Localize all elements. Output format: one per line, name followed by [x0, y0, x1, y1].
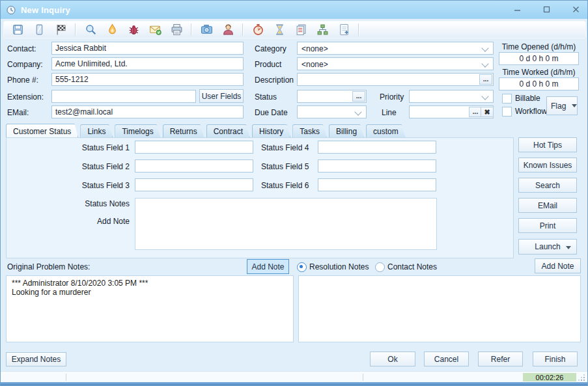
close-icon[interactable]	[566, 3, 585, 16]
save-icon[interactable]	[10, 23, 25, 37]
search-button[interactable]: Search	[518, 178, 577, 193]
launch-button[interactable]: Launch	[518, 239, 577, 255]
flag-button-label: Flag	[551, 102, 566, 111]
due-date-dropdown[interactable]	[297, 105, 367, 118]
title-bar: New Inquiry	[1, 1, 587, 19]
flag-dropdown-arrow-icon[interactable]	[572, 104, 577, 107]
tab-custom[interactable]: custom	[366, 124, 406, 138]
known-issues-button[interactable]: Known Issues	[518, 158, 577, 172]
app-icon	[6, 5, 16, 15]
window-bottom-border	[1, 382, 587, 386]
billable-label: Billable	[515, 94, 540, 103]
status-field-1-input[interactable]	[135, 141, 253, 154]
extension-label: Extension:	[7, 92, 44, 102]
ok-button[interactable]: Ok	[370, 352, 415, 366]
status-notes-textarea[interactable]	[135, 198, 437, 250]
add-note-button-left[interactable]: Add Note	[247, 259, 289, 274]
email-input[interactable]	[51, 105, 244, 118]
status-field-3-input[interactable]	[135, 178, 253, 191]
flag-button[interactable]: Flag	[546, 96, 578, 115]
cancel-button[interactable]: Cancel	[424, 352, 469, 366]
hourglass-icon[interactable]	[272, 23, 287, 37]
finish-button[interactable]: Finish	[533, 352, 578, 366]
add-note-button-right[interactable]: Add Note	[535, 258, 581, 273]
tab-returns[interactable]: Returns	[163, 124, 204, 138]
line-ellipsis-button[interactable]: ...	[469, 107, 482, 117]
time-opened-value: 0 d 0 h 0 m	[519, 54, 558, 63]
category-value: <none>	[301, 44, 328, 53]
billable-checkbox[interactable]	[502, 94, 512, 103]
org-chart-icon[interactable]	[315, 23, 329, 37]
resize-grip[interactable]	[578, 374, 585, 381]
description-field[interactable]: ...	[297, 73, 494, 86]
add-note-label: Add Note	[46, 217, 130, 226]
resolution-notes-textarea[interactable]	[298, 275, 581, 342]
line-label: Line	[382, 108, 397, 117]
window-title: New Inquiry	[21, 5, 70, 15]
contact-notes-radio[interactable]	[375, 262, 385, 272]
phone-icon[interactable]	[32, 23, 46, 37]
status-field-2-input[interactable]	[135, 159, 253, 172]
print-icon[interactable]	[169, 23, 184, 37]
stopwatch-icon[interactable]	[251, 23, 265, 37]
resolution-notes-label[interactable]: Resolution Notes	[309, 262, 369, 271]
toolbar	[3, 21, 586, 38]
line-field[interactable]: ... ✖	[409, 105, 494, 118]
email-label: EMail:	[7, 108, 29, 117]
user-fields-button[interactable]: User Fields	[199, 89, 244, 103]
resolution-notes-radio[interactable]	[297, 262, 307, 272]
search-icon[interactable]	[83, 23, 98, 37]
email-icon[interactable]	[148, 23, 162, 37]
tab-strip: Customer Status Links Timelogs Returns C…	[6, 124, 408, 138]
bug-icon[interactable]	[126, 23, 141, 37]
product-dropdown[interactable]: <none>	[297, 57, 494, 70]
finish-flag-icon[interactable]	[53, 23, 68, 37]
company-label: Company:	[7, 60, 43, 69]
tab-tasks[interactable]: Tasks	[292, 124, 327, 138]
status-notes-label: Status Notes	[46, 199, 130, 208]
contact-label: Contact:	[7, 44, 36, 53]
original-problem-notes-textarea[interactable]: *** Administrator 8/10/2020 3:05 PM *** …	[6, 275, 294, 342]
status-field[interactable]: ...	[297, 90, 367, 103]
camera-icon[interactable]	[199, 23, 214, 37]
contact-notes-label[interactable]: Contact Notes	[387, 262, 437, 271]
tab-contract[interactable]: Contract	[206, 124, 250, 138]
description-ellipsis-button[interactable]: ...	[479, 74, 492, 85]
due-date-label: Due Date	[255, 108, 288, 117]
tab-history[interactable]: History	[252, 124, 290, 138]
phone-input[interactable]	[51, 73, 244, 86]
refer-button[interactable]: Refer	[478, 352, 523, 366]
status-field-5-input[interactable]	[318, 159, 436, 172]
status-field-3-label: Status Field 3	[46, 181, 130, 190]
print-button[interactable]: Print	[518, 218, 577, 233]
status-ellipsis-button[interactable]: ...	[352, 91, 365, 102]
original-problem-notes-label: Original Problem Notes:	[7, 262, 90, 271]
status-field-6-input[interactable]	[318, 178, 436, 191]
support-contact-icon[interactable]	[221, 23, 235, 37]
category-label: Category	[255, 44, 287, 53]
contact-input[interactable]	[51, 42, 244, 55]
maximize-icon[interactable]	[537, 3, 556, 16]
expand-notes-button[interactable]: Expand Notes	[6, 352, 66, 366]
company-input[interactable]	[51, 57, 244, 70]
clipboard-icon[interactable]	[294, 23, 308, 37]
tab-billing[interactable]: Billing	[329, 124, 364, 138]
tab-timelogs[interactable]: Timelogs	[115, 124, 160, 138]
hot-tips-flame-icon[interactable]	[105, 23, 119, 37]
tab-customer-status[interactable]: Customer Status	[6, 124, 78, 138]
workflow-label: Workflow	[515, 107, 547, 116]
email-button[interactable]: EMail	[518, 198, 577, 213]
chevron-down-icon	[354, 108, 361, 115]
workflow-checkbox[interactable]	[502, 107, 512, 117]
minimize-icon[interactable]	[507, 3, 527, 16]
priority-dropdown[interactable]	[409, 90, 494, 103]
line-clear-x-button[interactable]: ✖	[481, 107, 494, 117]
status-field-4-input[interactable]	[318, 141, 436, 154]
extension-input[interactable]	[51, 90, 196, 103]
launch-dropdown-arrow-icon[interactable]	[566, 246, 571, 249]
category-dropdown[interactable]: <none>	[297, 42, 494, 55]
new-document-icon[interactable]	[337, 23, 351, 37]
hot-tips-button[interactable]: Hot Tips	[518, 137, 577, 152]
time-worked-box: 0 d 0 h 0 m	[499, 77, 579, 90]
tab-links[interactable]: Links	[80, 124, 113, 138]
